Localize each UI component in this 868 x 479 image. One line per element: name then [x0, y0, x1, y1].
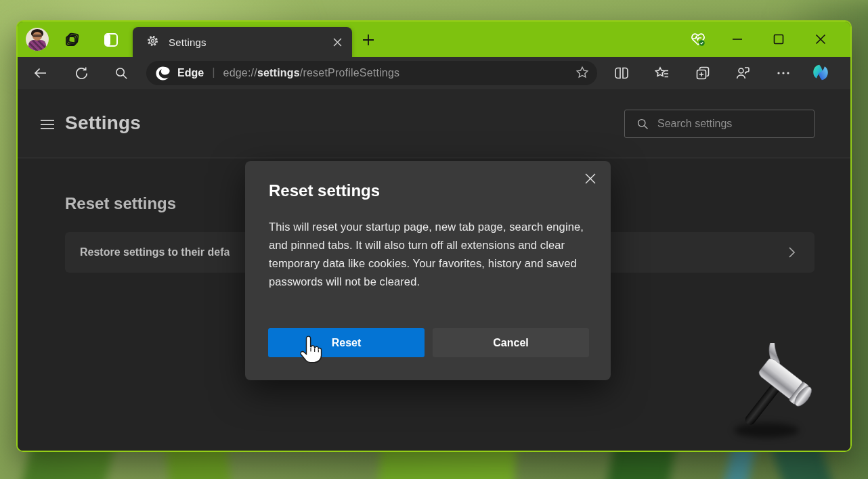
tab-close-icon[interactable]	[330, 35, 344, 49]
copilot-icon[interactable]	[808, 62, 833, 83]
tab-strip: Settings	[18, 22, 850, 57]
profile-avatar[interactable]	[26, 28, 49, 51]
workspaces-icon[interactable]	[62, 30, 83, 50]
tab-gear-icon	[146, 35, 159, 50]
settings-page-title: Settings	[65, 112, 141, 134]
reset-settings-dialog: Reset settings This will reset your star…	[245, 161, 611, 380]
settings-search-input[interactable]	[657, 118, 807, 130]
reset-button[interactable]: Reset	[268, 328, 425, 357]
menu-icon[interactable]	[37, 115, 58, 134]
browser-essentials-icon[interactable]	[686, 27, 710, 51]
dialog-buttons: Reset Cancel	[268, 328, 589, 357]
search-icon[interactable]	[110, 62, 132, 84]
more-icon[interactable]	[771, 62, 796, 84]
url-text: edge://settings/resetProfileSettings	[223, 67, 400, 79]
cancel-button[interactable]: Cancel	[433, 328, 589, 357]
chevron-right-icon	[783, 244, 800, 260]
tab-title: Settings	[169, 37, 207, 48]
refresh-icon[interactable]	[70, 62, 92, 84]
address-bar[interactable]: Edge | edge://settings/resetProfileSetti…	[146, 61, 597, 85]
feedback-icon[interactable]	[731, 62, 755, 84]
dialog-title: Reset settings	[269, 181, 380, 200]
page-heading: Reset settings	[65, 194, 176, 213]
window-close-icon[interactable]	[808, 27, 833, 51]
url-separator: |	[212, 66, 215, 79]
back-icon[interactable]	[30, 62, 51, 84]
edge-brand-label: Edge	[177, 67, 204, 79]
browser-window: Settings	[16, 20, 852, 452]
new-tab-icon[interactable]	[358, 30, 378, 50]
vertical-tabs-icon[interactable]	[102, 30, 121, 49]
maximize-icon[interactable]	[766, 27, 791, 51]
tab-settings[interactable]: Settings	[133, 27, 352, 57]
favorite-star-icon[interactable]	[574, 65, 590, 81]
edge-logo	[155, 66, 171, 81]
hammer-image	[730, 343, 838, 451]
settings-search-icon	[636, 117, 649, 131]
settings-header: Settings	[18, 89, 850, 158]
collections-icon[interactable]	[691, 62, 715, 84]
favorites-icon[interactable]	[650, 62, 674, 84]
split-screen-icon[interactable]	[609, 62, 634, 84]
restore-settings-label: Restore settings to their defa	[80, 246, 230, 258]
settings-search-box[interactable]	[624, 110, 815, 138]
dialog-close-icon[interactable]	[581, 169, 600, 188]
navigation-bar: Edge | edge://settings/resetProfileSetti…	[18, 57, 850, 89]
dialog-body-text: This will reset your startup page, new t…	[269, 218, 592, 291]
minimize-icon[interactable]	[725, 27, 750, 51]
